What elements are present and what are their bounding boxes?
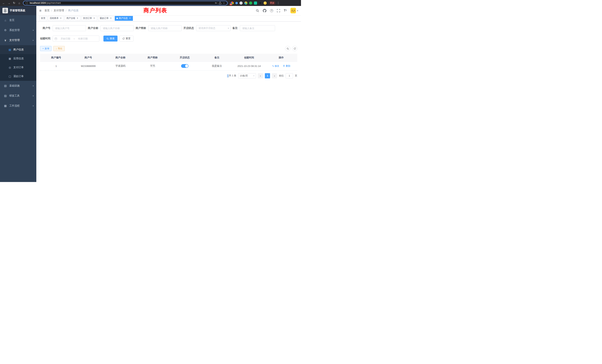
table-toolbar: + 新增 ↓ 导出 — [40, 46, 297, 51]
fullscreen-icon[interactable] — [277, 9, 280, 12]
extension-icon-2[interactable] — [235, 2, 238, 4]
delete-link[interactable]: 删除 — [283, 64, 290, 68]
text-selection-highlight — [227, 74, 229, 77]
add-button[interactable]: + 新增 — [40, 46, 52, 51]
sidebar-item-merchant-info[interactable]: ▤ 商户信息 — [0, 45, 36, 54]
current-page-button[interactable]: 1 — [265, 73, 270, 78]
reset-button[interactable]: 重置 — [119, 36, 133, 42]
col-remark: 备注 — [201, 54, 233, 62]
export-button[interactable]: ↓ 导出 — [53, 46, 65, 51]
cell-merchant-id: 1 — [40, 62, 72, 70]
col-status: 开启状态 — [169, 54, 201, 62]
end-date-input[interactable] — [76, 37, 90, 40]
remark-input[interactable] — [240, 25, 275, 31]
help-icon[interactable]: ? — [270, 9, 273, 12]
merchant-short-name-input[interactable] — [148, 25, 182, 31]
active-dot — [116, 18, 118, 19]
prev-page-button[interactable]: ‹ — [258, 73, 263, 78]
font-size-big: T — [284, 9, 286, 12]
merchant-name-label: 商户全称 — [88, 26, 100, 30]
edit-link[interactable]: ✎ 修改 — [272, 64, 279, 68]
extension-icon-6[interactable] — [254, 1, 257, 5]
sidebar-item-home[interactable]: ⌂ 首页 — [0, 15, 36, 25]
sidebar-logo[interactable]: 芋道管理系统 — [0, 6, 36, 15]
cell-remark: 我是备注 — [201, 62, 233, 70]
chevron-up-icon: ▾ — [33, 39, 34, 42]
github-icon[interactable] — [263, 9, 266, 12]
password-key-icon[interactable] — [215, 2, 217, 4]
chevron-down-icon: ▾ — [253, 75, 254, 77]
page-size-select[interactable]: 10条/页 ▾ — [238, 73, 256, 78]
add-button-label: 新增 — [45, 47, 49, 50]
share-icon[interactable] — [219, 2, 221, 4]
browser-update-button[interactable]: 更新 — [269, 1, 276, 5]
address-bar[interactable]: i localhost:1024 /pay/merchant ☆ — [23, 1, 228, 5]
extension-icon-7[interactable] — [259, 1, 262, 5]
browser-reload-button[interactable]: ↻ — [11, 0, 17, 6]
sidebar-item-payment[interactable]: ¥ 支付管理 ▾ — [0, 35, 36, 45]
sidebar-item-dev-tools[interactable]: ▨ 研发工具 ▾ — [0, 91, 36, 101]
close-icon[interactable]: × — [60, 17, 62, 20]
search-icon[interactable] — [256, 9, 259, 12]
close-icon[interactable]: × — [109, 17, 112, 20]
sidebar-item-workflow[interactable]: ▩ 工作流程 ▾ — [0, 101, 36, 111]
extension-icon-3[interactable] — [239, 1, 243, 5]
col-full-name: 商户全称 — [104, 54, 137, 62]
close-icon[interactable]: × — [129, 17, 131, 20]
chevron-down-icon: ▾ — [297, 10, 298, 12]
browser-home-button[interactable]: ⌂ — [17, 0, 22, 6]
tab-pay-orders[interactable]: 支付订单 × — [81, 16, 97, 21]
browser-back-button[interactable]: ← — [1, 0, 6, 6]
toolbar-right — [285, 46, 297, 51]
cell-full-name: 芋道源码 — [104, 62, 137, 70]
goto-page-input[interactable] — [286, 73, 293, 78]
card-icon: ▤ — [8, 48, 11, 51]
sidebar: 芋道管理系统 ⌂ 首页 ⚙ 系统管理 ▾ ¥ 支付管理 ▾ ▤ 商户信息 — [0, 6, 36, 182]
extension-icon-1[interactable]: 10 — [231, 1, 234, 5]
sidebar-item-refund-orders[interactable]: ▢ 退款订单 — [0, 72, 36, 81]
sidebar-item-app-info[interactable]: ▦ 应用信息 — [0, 54, 36, 63]
sidebar-item-pay-orders[interactable]: ◎ 支付订单 — [0, 63, 36, 72]
workflow-icon: ▩ — [4, 104, 7, 107]
hamburger-icon[interactable]: ≡ — [39, 9, 42, 13]
tab-user-group[interactable]: 用户分组 × — [65, 16, 80, 21]
breadcrumb-item-home[interactable]: 首页 — [44, 9, 50, 12]
close-icon[interactable]: × — [93, 17, 96, 20]
close-icon[interactable]: × — [76, 17, 79, 20]
breadcrumb-separator: / — [51, 9, 52, 12]
tab-refund-orders[interactable]: 退款订单 × — [98, 16, 114, 21]
bookmark-star-icon[interactable]: ☆ — [223, 2, 225, 4]
refresh-button[interactable] — [292, 46, 297, 51]
browser-forward-button[interactable]: → — [6, 0, 11, 6]
toggle-search-button[interactable] — [285, 46, 290, 51]
cell-status — [169, 62, 201, 70]
col-merchant-id: 商户编号 — [40, 54, 72, 62]
tab-home[interactable]: 首页 — [39, 16, 47, 21]
next-page-button[interactable]: › — [272, 73, 277, 78]
breadcrumb-item-payment[interactable]: 支付管理 — [54, 9, 64, 12]
gear-icon: ⚙ — [4, 29, 7, 32]
status-toggle[interactable] — [181, 64, 189, 68]
tab-merchant-info[interactable]: 商户信息 × — [115, 16, 133, 21]
merchant-name-input[interactable] — [100, 25, 134, 31]
extension-icon-8[interactable] — [264, 1, 267, 5]
extension-badge: 10 — [230, 3, 232, 5]
create-time-label: 创建时间 — [40, 37, 53, 40]
extension-icon-4[interactable] — [244, 1, 247, 5]
merchant-no-input[interactable] — [53, 25, 86, 31]
date-range-picker[interactable]: - — [53, 36, 99, 42]
site-info-icon[interactable]: i — [26, 2, 28, 4]
status-select[interactable]: 请选择开启状态 — [196, 25, 231, 31]
extension-icon-5[interactable] — [249, 1, 252, 5]
start-date-input[interactable] — [58, 37, 73, 40]
font-size-icon[interactable]: TT — [284, 9, 287, 12]
browser-menu-icon[interactable]: ⋮ — [276, 1, 281, 5]
tab-process-form[interactable]: 流程表单 × — [48, 16, 64, 21]
sidebar-item-infrastructure[interactable]: ▧ 基础设施 ▾ — [0, 81, 36, 91]
sidebar-item-system[interactable]: ⚙ 系统管理 ▾ — [0, 25, 36, 35]
user-avatar-menu[interactable]: ▾ — [290, 8, 298, 13]
breadcrumb-item-current: 商户信息 — [68, 9, 78, 12]
sidebar-item-label: 研发工具 — [9, 94, 20, 97]
search-button[interactable]: 搜索 — [103, 36, 118, 42]
tab-label: 退款订单 — [100, 17, 109, 20]
